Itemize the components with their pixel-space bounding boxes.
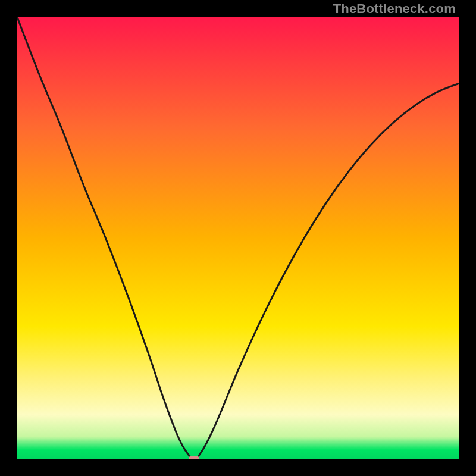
turning-point-marker: [189, 456, 199, 459]
watermark-text: TheBottleneck.com: [333, 1, 456, 17]
bottleneck-curve: [17, 17, 459, 459]
chart-plot-area: [17, 17, 459, 459]
